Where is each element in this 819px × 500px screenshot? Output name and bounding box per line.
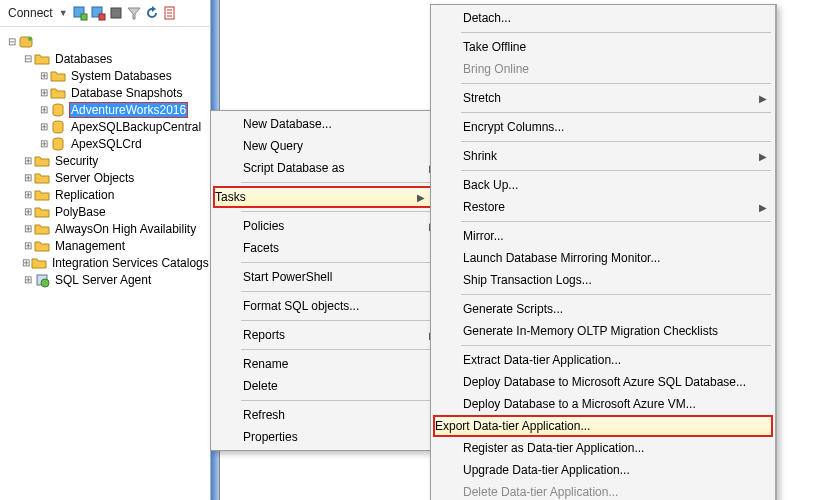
menu-new-query[interactable]: New Query: [213, 135, 443, 157]
expand-icon[interactable]: ⊞: [22, 223, 33, 234]
management-node[interactable]: ⊞ Management: [2, 237, 210, 254]
folder-icon: [34, 204, 50, 220]
menu-properties-label: Properties: [243, 430, 298, 444]
menu-take-offline-label: Take Offline: [463, 40, 526, 54]
menu-tasks[interactable]: Tasks▶: [213, 186, 433, 208]
menu-upgrade-dac[interactable]: Upgrade Data-tier Application...: [433, 459, 773, 481]
menu-stretch[interactable]: Stretch▶: [433, 87, 773, 109]
menu-export-dac[interactable]: Export Data-tier Application...: [433, 415, 773, 437]
menu-deploy-azure-db[interactable]: Deploy Database to Microsoft Azure SQL D…: [433, 371, 773, 393]
database-snapshots-node[interactable]: ⊞ Database Snapshots: [2, 84, 210, 101]
menu-refresh[interactable]: Refresh: [213, 404, 443, 426]
menu-format-sql[interactable]: Format SQL objects...: [213, 295, 443, 317]
expand-icon[interactable]: ⊞: [38, 104, 49, 115]
menu-reports[interactable]: Reports▶: [213, 324, 443, 346]
expand-icon[interactable]: ⊞: [38, 121, 49, 132]
menu-take-offline[interactable]: Take Offline: [433, 36, 773, 58]
expand-icon[interactable]: ⊞: [38, 87, 49, 98]
menu-start-powershell[interactable]: Start PowerShell: [213, 266, 443, 288]
folder-icon: [34, 187, 50, 203]
expand-icon[interactable]: ⊞: [38, 70, 49, 81]
integration-node[interactable]: ⊞ Integration Services Catalogs: [2, 254, 210, 271]
menu-script-database[interactable]: Script Database as▶: [213, 157, 443, 179]
expand-icon[interactable]: ⊞: [22, 206, 33, 217]
apexcrd-node[interactable]: ⊞ ApexSQLCrd: [2, 135, 210, 152]
database-snapshots-label: Database Snapshots: [69, 86, 184, 100]
menu-separator: [241, 182, 431, 183]
menu-script-database-label: Script Database as: [243, 161, 344, 175]
filter-icon[interactable]: [126, 5, 142, 21]
menu-ship-transaction-logs-label: Ship Transaction Logs...: [463, 273, 592, 287]
stop-icon[interactable]: [108, 5, 124, 21]
menu-new-database[interactable]: New Database...: [213, 113, 443, 135]
menu-refresh-label: Refresh: [243, 408, 285, 422]
adventureworks-node[interactable]: ⊞ AdventureWorks2016: [2, 101, 210, 118]
server-objects-label: Server Objects: [53, 171, 136, 185]
replication-node[interactable]: ⊞ Replication: [2, 186, 210, 203]
menu-separator: [241, 400, 431, 401]
apexbackup-node[interactable]: ⊞ ApexSQLBackupCentral: [2, 118, 210, 135]
refresh-icon[interactable]: [144, 5, 160, 21]
menu-properties[interactable]: Properties: [213, 426, 443, 448]
menu-register-dac[interactable]: Register as Data-tier Application...: [433, 437, 773, 459]
connect-button[interactable]: Connect: [4, 6, 57, 20]
expand-icon[interactable]: ⊞: [22, 257, 30, 268]
menu-stretch-label: Stretch: [463, 91, 501, 105]
menu-encrypt-columns[interactable]: Encrypt Columns...: [433, 116, 773, 138]
folder-icon: [34, 221, 50, 237]
management-label: Management: [53, 239, 127, 253]
collapse-icon[interactable]: ⊟: [22, 53, 33, 64]
menu-facets[interactable]: Facets: [213, 237, 443, 259]
menu-ship-transaction-logs[interactable]: Ship Transaction Logs...: [433, 269, 773, 291]
menu-separator: [461, 32, 771, 33]
remove-server-icon[interactable]: [90, 5, 106, 21]
menu-mirror[interactable]: Mirror...: [433, 225, 773, 247]
sqlagent-node[interactable]: ⊞ SQL Server Agent: [2, 271, 210, 288]
menu-mirror-label: Mirror...: [463, 229, 504, 243]
security-label: Security: [53, 154, 100, 168]
menu-deploy-azure-vm[interactable]: Deploy Database to a Microsoft Azure VM.…: [433, 393, 773, 415]
menu-launch-mirror-monitor[interactable]: Launch Database Mirroring Monitor...: [433, 247, 773, 269]
adventureworks-label: AdventureWorks2016: [69, 102, 188, 118]
menu-encrypt-columns-label: Encrypt Columns...: [463, 120, 564, 134]
menu-backup[interactable]: Back Up...: [433, 174, 773, 196]
expand-icon[interactable]: ⊞: [22, 274, 33, 285]
menu-generate-scripts[interactable]: Generate Scripts...: [433, 298, 773, 320]
menu-shrink[interactable]: Shrink▶: [433, 145, 773, 167]
sqlagent-label: SQL Server Agent: [53, 273, 153, 287]
menu-detach[interactable]: Detach...: [433, 7, 773, 29]
polybase-node[interactable]: ⊞ PolyBase: [2, 203, 210, 220]
menu-rename[interactable]: Rename: [213, 353, 443, 375]
menu-bring-online: Bring Online: [433, 58, 773, 80]
collapse-icon[interactable]: ⊟: [6, 36, 17, 47]
menu-restore[interactable]: Restore▶: [433, 196, 773, 218]
menu-extract-dac[interactable]: Extract Data-tier Application...: [433, 349, 773, 371]
menu-bring-online-label: Bring Online: [463, 62, 529, 76]
expand-icon[interactable]: ⊞: [22, 172, 33, 183]
server-objects-node[interactable]: ⊞ Server Objects: [2, 169, 210, 186]
menu-generate-scripts-label: Generate Scripts...: [463, 302, 563, 316]
alwayson-node[interactable]: ⊞ AlwaysOn High Availability: [2, 220, 210, 237]
menu-backup-label: Back Up...: [463, 178, 518, 192]
menu-policies[interactable]: Policies▶: [213, 215, 443, 237]
security-node[interactable]: ⊞ Security: [2, 152, 210, 169]
add-server-icon[interactable]: [72, 5, 88, 21]
script-icon[interactable]: [162, 5, 178, 21]
expand-icon[interactable]: ⊞: [22, 155, 33, 166]
expand-icon[interactable]: ⊞: [38, 138, 49, 149]
expand-icon[interactable]: ⊞: [22, 240, 33, 251]
connect-dropdown-icon[interactable]: ▼: [59, 8, 70, 18]
expand-icon[interactable]: ⊞: [22, 189, 33, 200]
menu-separator: [241, 320, 431, 321]
databases-node[interactable]: ⊟ Databases: [2, 50, 210, 67]
server-root[interactable]: ⊟: [2, 33, 210, 50]
replication-label: Replication: [53, 188, 116, 202]
object-explorer-tree: ⊟ ⊟ Databases ⊞ System Databases ⊞ Datab…: [0, 27, 210, 500]
submenu-arrow-icon: ▶: [417, 192, 425, 203]
toolbar: Connect ▼: [0, 0, 210, 27]
system-databases-node[interactable]: ⊞ System Databases: [2, 67, 210, 84]
menu-delete[interactable]: Delete: [213, 375, 443, 397]
menu-format-sql-label: Format SQL objects...: [243, 299, 359, 313]
menu-generate-oltp[interactable]: Generate In-Memory OLTP Migration Checkl…: [433, 320, 773, 342]
menu-facets-label: Facets: [243, 241, 279, 255]
